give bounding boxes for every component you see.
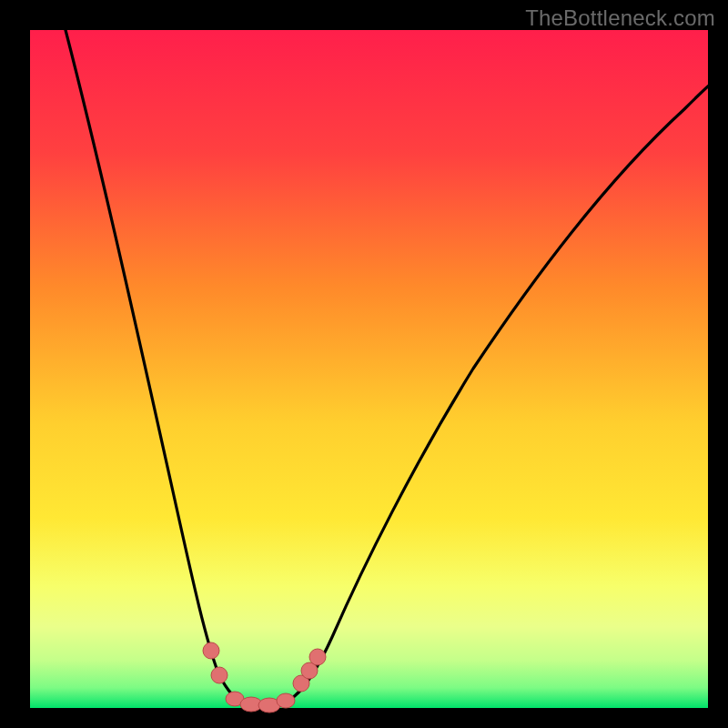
watermark-text: TheBottleneck.com	[525, 5, 715, 31]
svg-point-1	[211, 667, 228, 683]
chart-background-gradient	[30, 30, 708, 708]
bottleneck-chart	[0, 0, 728, 728]
svg-point-5	[277, 693, 295, 708]
svg-point-8	[309, 649, 326, 665]
svg-point-0	[203, 642, 219, 659]
chart-svg	[0, 0, 728, 728]
